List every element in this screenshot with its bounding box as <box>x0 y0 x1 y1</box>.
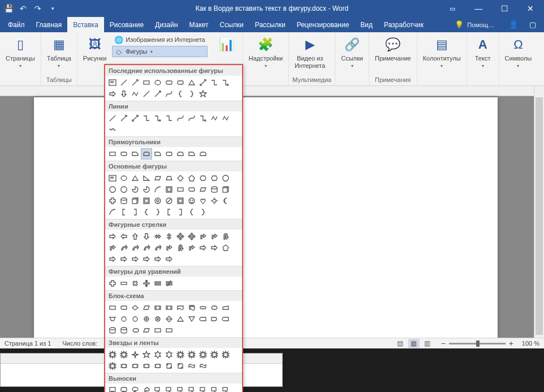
shape-burst[interactable] <box>198 350 208 360</box>
shape-elbow[interactable] <box>141 113 152 123</box>
shape-flowProc[interactable] <box>164 325 174 335</box>
shape-calloutLine[interactable] <box>187 385 197 392</box>
shape-pie[interactable] <box>130 184 140 195</box>
shape-flowManIn[interactable] <box>221 303 231 313</box>
shape-curve[interactable] <box>175 113 185 123</box>
shape-lineArrow[interactable] <box>119 113 129 123</box>
save-icon[interactable]: 💾 <box>3 3 14 14</box>
shape-arrowCurve[interactable] <box>141 243 152 253</box>
shape-flowDisp[interactable] <box>130 325 140 335</box>
shape-eqNeq[interactable] <box>164 278 174 288</box>
shape-pentagon[interactable] <box>187 173 197 183</box>
shape-arc[interactable] <box>107 207 118 217</box>
undo-icon[interactable]: ↶ <box>18 3 28 14</box>
shape-arrowBent[interactable] <box>209 231 219 242</box>
shape-star5[interactable] <box>198 89 208 99</box>
tab-layout[interactable]: Макет <box>184 17 214 32</box>
shape-burst[interactable] <box>119 350 129 360</box>
shape-rect[interactable] <box>141 77 152 88</box>
shape-cube[interactable] <box>130 196 140 206</box>
shape-rect[interactable] <box>107 149 118 159</box>
shape-snip2[interactable] <box>198 149 208 159</box>
shape-arrowR[interactable] <box>141 254 152 264</box>
shape-calloutRound[interactable] <box>119 385 129 392</box>
shape-arrowQuad[interactable] <box>175 231 185 242</box>
shape-arrowQuad[interactable] <box>187 231 197 242</box>
shape-freeform[interactable] <box>130 89 140 99</box>
shape-flowExtract[interactable] <box>175 314 185 324</box>
shape-star4[interactable] <box>130 350 140 360</box>
shape-arrowBent[interactable] <box>187 243 197 253</box>
shape-pie[interactable] <box>141 184 152 195</box>
shape-ribbon[interactable] <box>119 361 129 371</box>
shape-curve[interactable] <box>164 89 174 99</box>
shape-lBrace[interactable] <box>175 89 185 99</box>
shape-flowOr[interactable] <box>141 314 152 324</box>
shape-sun[interactable] <box>209 196 219 206</box>
shape-eqEq[interactable] <box>153 278 163 288</box>
shape-lBrace[interactable] <box>141 207 152 217</box>
shape-textbox[interactable] <box>107 173 118 183</box>
minimize-icon[interactable]: — <box>467 1 490 16</box>
shape-calloutOval[interactable] <box>130 385 140 392</box>
shape-lBracket[interactable] <box>164 207 174 217</box>
shape-elbow[interactable] <box>209 77 219 88</box>
shape-flowSum[interactable] <box>153 314 163 324</box>
shape-arrowR[interactable] <box>107 89 118 99</box>
pages-button[interactable]: ▯ Страницы ▾ <box>3 35 37 70</box>
tab-draw[interactable]: Рисование <box>104 17 149 32</box>
zoom-slider[interactable] <box>449 343 506 344</box>
comments-pane-icon[interactable]: ▢ <box>529 20 536 29</box>
shape-arrowD[interactable] <box>141 231 152 242</box>
shape-frame[interactable] <box>164 184 174 195</box>
page-indicator[interactable]: Страница 1 из 1 <box>5 340 51 347</box>
scrollbar-thumb[interactable] <box>536 97 543 335</box>
shape-lineDouble[interactable] <box>198 77 208 88</box>
shape-elbow[interactable] <box>164 113 174 123</box>
shape-line[interactable] <box>119 77 129 88</box>
shape-flowDoc[interactable] <box>175 303 185 313</box>
shape-diamond[interactable] <box>175 173 185 183</box>
shapes-button[interactable]: ◇ Фигуры ▾ <box>112 46 207 57</box>
shape-lineArrow[interactable] <box>153 89 163 99</box>
shape-freeform[interactable] <box>221 113 231 123</box>
shape-octagon[interactable] <box>119 184 129 195</box>
tab-home[interactable]: Главная <box>31 17 68 32</box>
tell-me[interactable]: 💡 Помощ… <box>448 17 501 32</box>
shape-can[interactable] <box>107 325 118 335</box>
shape-eqMult[interactable] <box>130 278 140 288</box>
shape-burst[interactable] <box>107 350 118 360</box>
shape-arrowR[interactable] <box>209 243 219 253</box>
shape-calloutCloud[interactable] <box>141 385 152 392</box>
zoom-level[interactable]: 100 % <box>517 340 539 347</box>
shape-flowAlt[interactable] <box>119 303 129 313</box>
shape-arrowBent[interactable] <box>107 243 118 253</box>
shape-lineDouble[interactable] <box>130 113 140 123</box>
maximize-icon[interactable]: ☐ <box>493 1 516 16</box>
shape-flowConn[interactable] <box>119 314 129 324</box>
ribbon-options-icon[interactable]: ▭ <box>441 1 464 16</box>
close-icon[interactable]: ✕ <box>519 1 542 16</box>
shape-calloutRect[interactable] <box>107 385 118 392</box>
shape-eqMinus[interactable] <box>119 278 129 288</box>
shape-arrowD[interactable] <box>119 89 129 99</box>
shape-flowAlt[interactable] <box>175 77 185 88</box>
shape-line[interactable] <box>107 113 118 123</box>
shape-ribbon[interactable] <box>153 361 163 371</box>
tab-mailings[interactable]: Рассылки <box>249 17 291 32</box>
shape-rect[interactable] <box>175 184 185 195</box>
shape-arrowCurve[interactable] <box>119 243 129 253</box>
shape-hexagon[interactable] <box>198 173 208 183</box>
shape-calloutLine[interactable] <box>221 385 231 392</box>
comment-button[interactable]: 💬 Примечание <box>373 35 413 63</box>
shape-arrowUturn[interactable] <box>175 243 185 253</box>
tab-view[interactable]: Вид <box>355 17 378 32</box>
shape-calloutLine[interactable] <box>209 385 219 392</box>
shape-arrowCurve[interactable] <box>153 243 163 253</box>
shape-lBracket[interactable] <box>119 207 129 217</box>
shape-octagon[interactable] <box>107 184 118 195</box>
shape-flowMulti[interactable] <box>187 303 197 313</box>
shape-arrowR[interactable] <box>164 254 174 264</box>
shape-star6[interactable] <box>153 350 163 360</box>
shape-calloutLine[interactable] <box>175 385 185 392</box>
